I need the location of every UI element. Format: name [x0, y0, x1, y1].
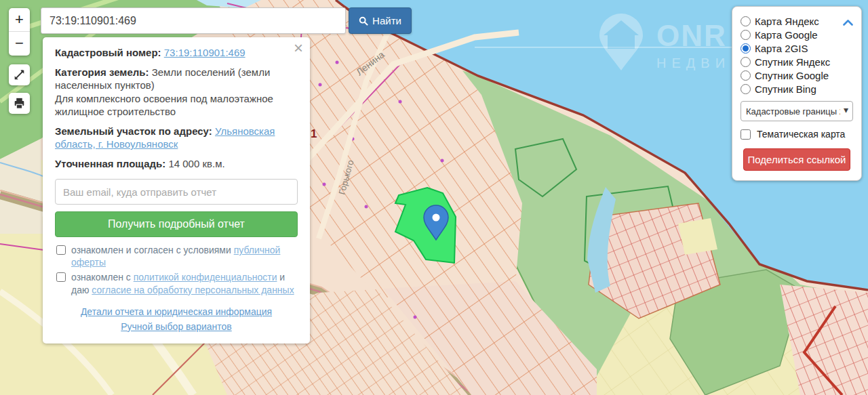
parcel-info-panel: × Кадастровый номер: 73:19:110901:469 Ка… [43, 37, 310, 344]
zoom-controls: + − [9, 8, 30, 56]
cadastral-number-label: Кадастровый номер: [55, 47, 161, 58]
fullscreen-button[interactable] [9, 64, 30, 85]
permitted-use: Для комплексного освоения под малоэтажно… [55, 93, 273, 118]
cadastral-number-row: Кадастровый номер: 73:19:110901:469 [55, 46, 298, 60]
share-link-button[interactable]: Поделиться ссылкой [743, 148, 850, 171]
layer-option-sputnik-bing[interactable]: Спутник Bing [741, 83, 853, 95]
consent-privacy-text: ознакомлен с политикой конфиденциальност… [71, 271, 298, 295]
area-label: Уточненная площадь: [55, 158, 165, 169]
collapse-panel-button[interactable] [843, 16, 853, 28]
radio-karta-google[interactable] [741, 30, 751, 40]
get-report-button[interactable]: Получить подробный отчет [55, 211, 298, 237]
privacy-policy-link[interactable]: политикой конфиденциальности [134, 272, 277, 283]
consent-offer-row: ознакомлен и согласен с условиями публич… [55, 244, 298, 268]
consent-privacy-checkbox[interactable] [56, 272, 66, 282]
layer-option-karta-2gis[interactable]: Карта 2GIS [741, 43, 853, 54]
area-row: Уточненная площадь: 14 000 кв.м. [55, 157, 298, 171]
manual-select-link[interactable]: Ручной выбор вариантов [121, 321, 232, 332]
chevron-up-icon [843, 20, 853, 26]
area-value: 14 000 кв.м. [168, 158, 224, 169]
boundaries-select[interactable]: Кадастровые границы 2024 [741, 101, 853, 121]
search-button-label: Найти [372, 15, 401, 26]
close-icon[interactable]: × [294, 40, 303, 56]
expand-icon [14, 69, 25, 81]
thematic-map-checkbox[interactable] [741, 129, 751, 140]
thematic-map-row[interactable]: Тематическая карта [741, 129, 853, 140]
radio-karta-yandex[interactable] [741, 16, 751, 26]
printer-icon [14, 98, 25, 109]
category-row: Категория земель: Земли поселений (земли… [55, 66, 298, 119]
consent-offer-checkbox[interactable] [56, 245, 66, 255]
cadastral-number-link[interactable]: 73:19:110901:469 [164, 47, 245, 58]
consent-offer-text: ознакомлен и согласен с условиями публич… [71, 244, 298, 268]
search-button[interactable]: Найти [349, 7, 412, 34]
category-label: Категория земель: [55, 66, 149, 78]
footer-links: Детали отчета и юридическая информация Р… [55, 304, 298, 334]
print-button[interactable] [9, 93, 30, 114]
search-input[interactable] [41, 7, 346, 34]
zoom-out-button[interactable]: − [9, 32, 30, 56]
address-label: Земельный участок по адресу: [55, 125, 212, 137]
email-field[interactable] [55, 179, 298, 205]
layer-option-karta-yandex[interactable]: Карта Яндекс [741, 16, 853, 27]
radio-karta-2gis[interactable] [741, 43, 751, 54]
report-details-link[interactable]: Детали отчета и юридическая информация [81, 306, 272, 317]
personal-data-link[interactable]: согласие на обработку персональных данны… [92, 285, 294, 295]
watermark-text-2: НЕДВИ [656, 56, 730, 70]
layer-option-karta-google[interactable]: Карта Google [741, 29, 853, 41]
radio-sputnik-google[interactable] [741, 70, 751, 81]
radio-sputnik-yandex[interactable] [741, 57, 751, 67]
address-row: Земельный участок по адресу: Ульяновская… [55, 125, 298, 151]
boundaries-select-wrap: Кадастровые границы 2024 [741, 101, 853, 121]
search-icon [359, 16, 368, 26]
layers-panel: Карта Яндекс Карта Google Карта 2GIS Спу… [732, 6, 862, 181]
radio-sputnik-bing[interactable] [741, 84, 751, 94]
watermark-text-1: ONR [656, 19, 727, 52]
consent-privacy-row: ознакомлен с политикой конфиденциальност… [55, 271, 298, 295]
watermark-logo: ONR НЕДВИ [599, 14, 730, 70]
layer-option-sputnik-yandex[interactable]: Спутник Яндекс [741, 56, 853, 68]
quarter-number: 1 [311, 127, 317, 140]
zoom-in-button[interactable]: + [9, 8, 30, 32]
layer-option-sputnik-google[interactable]: Спутник Google [741, 70, 853, 81]
